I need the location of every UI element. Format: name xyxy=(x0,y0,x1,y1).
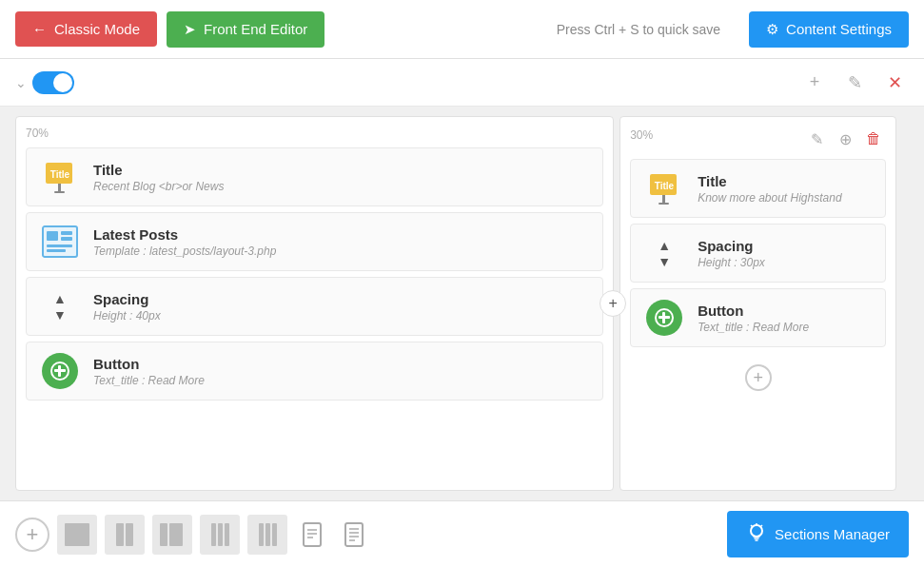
button-section-icon xyxy=(38,352,82,390)
arrow-down-icon: ▼ xyxy=(658,255,671,268)
toggle-wrapper: ⌄ xyxy=(15,71,74,94)
latest-posts-name: Latest Posts xyxy=(93,226,276,243)
list-item[interactable]: Button Text_title : Read More xyxy=(630,288,886,347)
left-panel: 70% Title Title Recent Blog <br>or News xyxy=(15,116,614,491)
back-icon: ← xyxy=(32,21,47,37)
svg-rect-8 xyxy=(47,244,72,247)
right-spacing-section-text: Spacing Height : 30px xyxy=(698,238,765,269)
layout-2col-icon xyxy=(116,523,133,546)
layout-3col-button[interactable] xyxy=(200,515,240,555)
spacing-icon: ▲ ▼ xyxy=(642,234,686,272)
gear-icon: ⚙ xyxy=(766,21,778,38)
classic-mode-button[interactable]: ← Classic Mode xyxy=(15,11,157,47)
title-icon: Title xyxy=(38,158,82,196)
button-section-text: Button Text_title : Read More xyxy=(93,356,205,387)
add-section-button[interactable]: + xyxy=(800,68,829,97)
list-item[interactable]: Title Title Know more about Highstand xyxy=(630,159,886,218)
right-panel-add-item-button[interactable]: + xyxy=(745,364,772,391)
paper-plane-icon: ➤ xyxy=(184,21,196,38)
svg-rect-2 xyxy=(58,184,61,191)
frontend-editor-label: Front End Editor xyxy=(204,21,307,37)
right-panel: 30% ✎ ⊕ 🗑 Title Tit xyxy=(619,116,896,491)
svg-rect-19 xyxy=(659,316,670,319)
right-panel-header: 30% ✎ ⊕ 🗑 xyxy=(630,127,886,151)
svg-rect-12 xyxy=(54,369,66,372)
latest-posts-section-text: Latest Posts Template : latest_posts/lay… xyxy=(93,226,276,258)
svg-rect-24 xyxy=(345,523,363,546)
list-item[interactable]: Latest Posts Template : latest_posts/lay… xyxy=(26,212,603,271)
save-hint: Press Ctrl + S to quick save xyxy=(334,22,739,37)
column-divider-handle[interactable]: + xyxy=(600,290,626,317)
svg-rect-9 xyxy=(47,249,66,252)
right-button-section-text: Button Text_title : Read More xyxy=(698,303,809,334)
list-item[interactable]: ▲ ▼ Spacing Height : 40px xyxy=(26,277,603,336)
svg-text:Title: Title xyxy=(655,181,675,191)
bottom-add-button[interactable]: + xyxy=(15,518,49,552)
svg-rect-4 xyxy=(43,226,77,257)
layout-3col-b-button[interactable] xyxy=(247,515,287,555)
classic-mode-label: Classic Mode xyxy=(54,21,140,37)
layout-1col-button[interactable] xyxy=(57,515,97,555)
chevron-down-icon[interactable]: ⌄ xyxy=(15,75,27,90)
title-icon: Title xyxy=(642,169,686,207)
right-panel-percent: 30% xyxy=(630,128,653,142)
edit-button[interactable]: ✎ xyxy=(840,68,869,97)
right-title-section-text: Title Know more about Highstand xyxy=(698,173,841,205)
layout-2col-button[interactable] xyxy=(105,515,145,555)
list-item[interactable]: ▲ ▼ Spacing Height : 30px xyxy=(630,224,886,283)
svg-rect-6 xyxy=(61,231,72,235)
arrow-up-icon: ▲ xyxy=(658,239,671,252)
content-settings-button[interactable]: ⚙ Content Settings xyxy=(749,11,909,48)
left-panel-percent: 70% xyxy=(26,127,603,140)
right-spacing-subtitle: Height : 30px xyxy=(698,256,765,269)
svg-point-29 xyxy=(751,525,762,537)
right-button-name: Button xyxy=(698,303,809,319)
arrow-up-icon: ▲ xyxy=(53,292,67,305)
list-item[interactable]: Title Title Recent Blog <br>or News xyxy=(26,147,603,206)
document-lines-icon-button[interactable] xyxy=(337,518,371,552)
button-name: Button xyxy=(93,356,205,372)
layout-3col-icon xyxy=(211,523,229,546)
svg-rect-5 xyxy=(47,231,58,241)
spacing-section-text: Spacing Height : 40px xyxy=(93,291,161,323)
spacing-icon: ▲ ▼ xyxy=(38,287,82,325)
layout-1col-icon xyxy=(65,523,89,546)
right-panel-delete-button[interactable]: 🗑 xyxy=(861,127,886,151)
svg-line-31 xyxy=(761,525,763,527)
layout-3col-b-icon xyxy=(259,523,277,546)
sections-manager-label: Sections Manager xyxy=(775,526,890,542)
toolbar: ⌄ + ✎ ✕ xyxy=(0,59,924,107)
spacing-name: Spacing xyxy=(93,291,161,307)
button-subtitle: Text_title : Read More xyxy=(93,374,205,387)
frontend-editor-button[interactable]: ➤ Front End Editor xyxy=(167,11,324,48)
svg-rect-3 xyxy=(54,191,65,193)
title-name: Title xyxy=(93,162,224,178)
svg-rect-15 xyxy=(662,195,665,203)
layout-2col-b-button[interactable] xyxy=(152,515,192,555)
toolbar-right: + ✎ ✕ xyxy=(800,68,909,97)
visibility-toggle[interactable] xyxy=(32,71,74,94)
arrow-down-icon: ▼ xyxy=(53,308,67,322)
bulb-icon xyxy=(746,522,767,546)
right-panel-add-button[interactable]: ⊕ xyxy=(833,127,857,151)
right-panel-icons: ✎ ⊕ 🗑 xyxy=(804,127,886,151)
latest-posts-subtitle: Template : latest_posts/layout-3.php xyxy=(93,244,276,258)
list-item[interactable]: Button Text_title : Read More xyxy=(26,342,603,401)
sections-manager-button[interactable]: Sections Manager xyxy=(727,511,909,557)
close-button[interactable]: ✕ xyxy=(880,68,909,97)
layout-2col-b-icon xyxy=(160,523,185,546)
svg-rect-7 xyxy=(61,237,72,241)
main-content: 70% Title Title Recent Blog <br>or News xyxy=(0,107,924,500)
spacing-subtitle: Height : 40px xyxy=(93,309,161,323)
document-icon-button[interactable] xyxy=(295,518,329,552)
content-settings-label: Content Settings xyxy=(786,21,892,37)
header: ← Classic Mode ➤ Front End Editor Press … xyxy=(0,0,924,59)
right-button-subtitle: Text_title : Read More xyxy=(698,321,809,334)
right-panel-edit-button[interactable]: ✎ xyxy=(804,127,829,151)
bottom-bar: + xyxy=(0,500,924,567)
title-section-text: Title Recent Blog <br>or News xyxy=(93,162,224,193)
right-title-name: Title xyxy=(698,173,841,189)
latest-posts-icon xyxy=(38,223,82,261)
svg-line-32 xyxy=(751,525,753,527)
title-subtitle: Recent Blog <br>or News xyxy=(93,180,224,193)
